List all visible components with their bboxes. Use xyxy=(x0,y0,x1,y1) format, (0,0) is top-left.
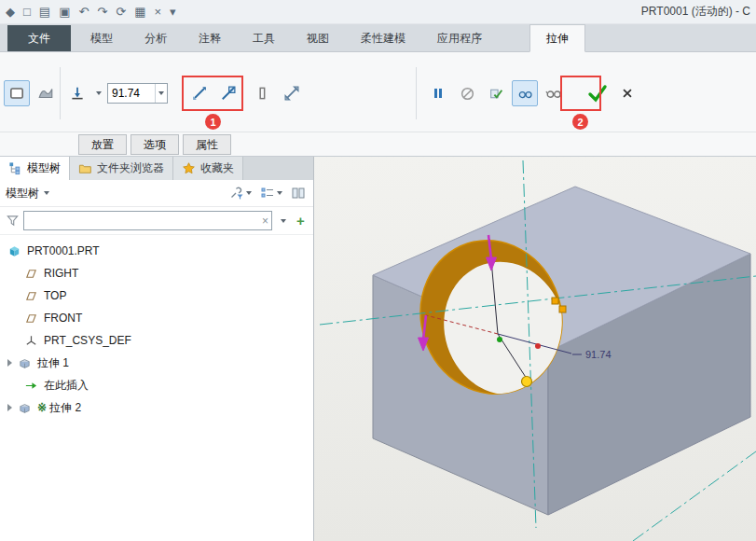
tab-file[interactable]: 文件 xyxy=(7,25,71,51)
tab-model-tree[interactable]: 模型树 xyxy=(0,157,70,180)
attached-preview-button[interactable] xyxy=(512,80,538,106)
ok-check-icon xyxy=(586,82,609,104)
cancel-button[interactable] xyxy=(616,80,639,106)
no-preview-icon xyxy=(460,86,475,102)
navigator-tabs: 模型树 文件夹浏览器 收藏夹 xyxy=(0,157,313,180)
flip-depth-direction-button[interactable] xyxy=(186,80,213,106)
radius-handle-square-2[interactable] xyxy=(559,306,566,312)
tree-row-part[interactable]: PRT0001.PRT xyxy=(0,240,313,262)
depth-value-input[interactable] xyxy=(108,84,155,103)
datum-plane-icon xyxy=(24,289,38,303)
regenerate-icon[interactable]: ⟳ xyxy=(116,6,126,18)
thicken-icon xyxy=(254,85,271,102)
tree-columns-button[interactable] xyxy=(289,184,308,202)
columns-icon xyxy=(291,186,306,201)
solid-type-button[interactable] xyxy=(4,80,30,106)
thicken-sketch-button[interactable] xyxy=(250,80,276,106)
panel-properties[interactable]: 属性 xyxy=(183,134,231,155)
tree-row-extrude-1[interactable]: 拉伸 1 xyxy=(0,352,313,374)
tree-row-insert-here[interactable]: 在此插入 xyxy=(0,374,313,396)
tab-tools[interactable]: 工具 xyxy=(237,25,291,51)
separate-preview-button[interactable] xyxy=(541,80,567,106)
more-icon[interactable]: ▾ xyxy=(170,6,176,18)
part-icon xyxy=(7,244,21,258)
tree-row-right-plane[interactable]: RIGHT xyxy=(0,262,313,284)
expand-icon[interactable] xyxy=(7,359,12,367)
datum-plane-icon xyxy=(24,267,38,281)
new-file-icon[interactable]: □ xyxy=(23,6,31,18)
tree-filter-input[interactable] xyxy=(24,212,271,229)
panel-options[interactable]: 选项 xyxy=(131,134,179,155)
reference-point[interactable] xyxy=(535,343,541,349)
tab-analysis[interactable]: 分析 xyxy=(129,25,183,51)
validate-feature-button[interactable] xyxy=(483,80,509,106)
coordinate-system-icon xyxy=(24,334,38,348)
tree-filters-button[interactable] xyxy=(227,184,254,202)
filter-history-caret[interactable] xyxy=(276,211,290,230)
tree-label: 拉伸 1 xyxy=(37,355,69,371)
tab-folder-browser[interactable]: 文件夹浏览器 xyxy=(70,157,173,180)
flip-material-side-button[interactable] xyxy=(279,80,305,106)
clear-filter-icon[interactable]: × xyxy=(262,215,268,227)
depth-drag-handle[interactable] xyxy=(522,377,532,387)
tree-row-front-plane[interactable]: FRONT xyxy=(0,307,313,329)
tree-row-top-plane[interactable]: TOP xyxy=(0,284,313,307)
attached-preview-icon xyxy=(517,86,533,102)
validate-icon xyxy=(488,86,504,102)
datum-plane-icon xyxy=(24,312,38,326)
graphics-area[interactable]: 91.74 xyxy=(314,157,756,541)
model-tree-header: 模型树 xyxy=(0,180,313,207)
depth-option-caret[interactable] xyxy=(92,80,104,106)
tab-annotate[interactable]: 注释 xyxy=(183,25,237,51)
navigator-panel: 模型树 文件夹浏览器 收藏夹 模型树 xyxy=(0,157,314,541)
main-area: 模型树 文件夹浏览器 收藏夹 模型树 xyxy=(0,157,756,541)
tab-extrude[interactable]: 拉伸 xyxy=(529,24,585,52)
ok-button[interactable] xyxy=(582,80,613,106)
app-icon: ◆ xyxy=(6,6,15,18)
save-icon[interactable]: ▣ xyxy=(59,6,70,18)
tab-applications[interactable]: 应用程序 xyxy=(421,25,498,51)
add-filter-button[interactable]: + xyxy=(294,211,308,230)
folder-browser-tab-icon xyxy=(78,161,92,175)
depth-option-button[interactable] xyxy=(65,80,89,106)
flip-direction-icon xyxy=(190,84,209,103)
close-icon[interactable]: × xyxy=(154,6,161,18)
tree-row-csys[interactable]: PRT_CSYS_DEF xyxy=(0,329,313,352)
dimension-label[interactable]: 91.74 xyxy=(585,349,612,360)
tree-list-button[interactable] xyxy=(258,184,284,202)
surface-type-button[interactable] xyxy=(33,80,59,106)
expand-icon[interactable] xyxy=(7,404,12,411)
surface-icon xyxy=(37,85,54,102)
tab-model[interactable]: 模型 xyxy=(75,25,129,51)
window-title: PRT0001 (活动的) - C xyxy=(641,4,750,20)
redo-icon[interactable]: ↷ xyxy=(97,6,107,18)
model-tree-tab-icon xyxy=(8,161,22,175)
feature-status-marker: ※ xyxy=(37,401,47,414)
depth-value-caret[interactable] xyxy=(155,84,167,103)
open-file-icon[interactable]: ▤ xyxy=(39,6,50,18)
model-tree-title: 模型树 xyxy=(6,186,39,201)
list-icon xyxy=(260,186,275,201)
tab-favorites[interactable]: 收藏夹 xyxy=(173,157,243,180)
extrude-feature-icon xyxy=(18,401,32,415)
tree-label: PRT0001.PRT xyxy=(27,244,100,257)
panel-placement[interactable]: 放置 xyxy=(78,134,127,155)
3d-viewport-canvas[interactable]: 91.74 xyxy=(314,157,756,541)
tab-view[interactable]: 视图 xyxy=(291,25,345,51)
windows-icon[interactable]: ▦ xyxy=(134,6,145,18)
pause-icon xyxy=(431,86,446,101)
undo-icon[interactable]: ↶ xyxy=(78,6,89,18)
glasses-icon xyxy=(545,85,562,102)
dashboard-panels-bar: 放置 选项 属性 xyxy=(0,132,756,157)
pause-button[interactable] xyxy=(425,80,451,106)
cancel-x-icon xyxy=(621,87,634,100)
remove-material-button[interactable] xyxy=(215,80,241,106)
filter-funnel-icon xyxy=(6,214,20,228)
tab-flexible-modeling[interactable]: 柔性建模 xyxy=(345,25,421,51)
center-point[interactable] xyxy=(497,337,502,342)
extrude-dashboard: 1 2 xyxy=(0,52,756,132)
model-tree-title-caret[interactable] xyxy=(44,191,49,195)
radius-handle-square-1[interactable] xyxy=(552,298,558,304)
no-preview-button[interactable] xyxy=(454,80,480,106)
tree-row-extrude-2[interactable]: ※ 拉伸 2 xyxy=(0,396,313,419)
